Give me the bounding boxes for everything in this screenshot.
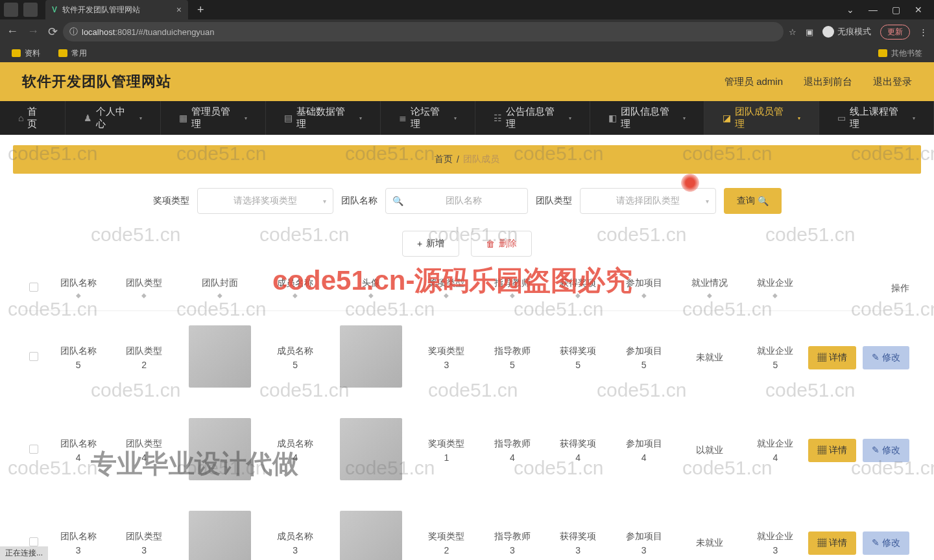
other-bookmarks[interactable]: 其他书签 bbox=[878, 48, 922, 59]
edit-button[interactable]: ✎ 修改 bbox=[863, 346, 909, 369]
sort-icon[interactable]: ◆ bbox=[772, 292, 778, 299]
row-checkbox[interactable] bbox=[29, 537, 38, 546]
chevron-down-icon: ▾ bbox=[706, 198, 709, 205]
nav-basedata[interactable]: ▤基础数据管理▾ bbox=[266, 101, 381, 135]
checkbox-all[interactable] bbox=[29, 283, 38, 292]
statusbar: 正在连接... bbox=[0, 546, 48, 560]
forward-icon[interactable]: → bbox=[27, 25, 39, 39]
filter-label-award: 奖项类型 bbox=[153, 195, 189, 207]
bookmark-folder[interactable]: 常用 bbox=[58, 48, 87, 59]
team-icon: ◧ bbox=[608, 113, 617, 123]
filter-label-team: 团队名称 bbox=[341, 195, 377, 207]
member-icon: ◪ bbox=[723, 113, 731, 123]
update-button[interactable]: 更新 bbox=[880, 25, 910, 40]
forum-icon: ≣ bbox=[399, 113, 407, 123]
incognito-indicator: 无痕模式 bbox=[822, 26, 871, 38]
row-checkbox[interactable] bbox=[29, 445, 38, 454]
query-button[interactable]: 查询🔍 bbox=[724, 188, 782, 214]
avatar-thumb bbox=[340, 418, 402, 480]
add-button[interactable]: +新增 bbox=[402, 231, 459, 257]
folder-icon bbox=[12, 49, 21, 57]
minimize-icon[interactable]: — bbox=[868, 5, 878, 15]
filter-label-team-type: 团队类型 bbox=[536, 195, 572, 207]
close-tab-icon[interactable]: × bbox=[176, 5, 182, 15]
folder-icon bbox=[58, 49, 67, 57]
sort-icon[interactable]: ◆ bbox=[575, 292, 581, 299]
incognito-icon bbox=[822, 26, 834, 38]
team-cover-thumb bbox=[189, 325, 251, 388]
url-host: localhost bbox=[82, 27, 115, 37]
nav-teammember[interactable]: ◪团队成员管理▾ bbox=[704, 101, 819, 135]
sort-icon[interactable]: ◆ bbox=[707, 292, 712, 299]
sort-icon[interactable]: ◆ bbox=[141, 292, 147, 299]
avatar-thumb bbox=[340, 511, 402, 560]
chevron-down-icon[interactable]: ⌄ bbox=[846, 5, 854, 15]
user-label[interactable]: 管理员 admin bbox=[724, 76, 783, 88]
caret-icon: ▾ bbox=[245, 115, 247, 121]
chevron-down-icon: ▾ bbox=[323, 198, 326, 205]
detail-button[interactable]: ▦ 详情 bbox=[808, 346, 856, 369]
select-team-type[interactable]: 请选择团队类型▾ bbox=[580, 188, 716, 214]
user-icon: ♟ bbox=[84, 113, 92, 123]
panel-icon[interactable]: ▣ bbox=[806, 27, 813, 37]
logout-link[interactable]: 退出登录 bbox=[873, 76, 912, 88]
select-award-type[interactable]: 请选择奖项类型▾ bbox=[197, 188, 333, 214]
sort-icon[interactable]: ◆ bbox=[641, 292, 647, 299]
edit-button[interactable]: ✎ 修改 bbox=[863, 439, 909, 462]
sort-icon[interactable]: ◆ bbox=[217, 292, 222, 299]
bookmark-folder[interactable]: 资料 bbox=[12, 48, 40, 59]
search-icon: 🔍 bbox=[758, 196, 769, 206]
back-icon[interactable]: ← bbox=[6, 25, 18, 39]
trash-icon: 🗑 bbox=[486, 239, 495, 249]
nav-course[interactable]: ▭线上课程管理▾ bbox=[819, 101, 934, 135]
close-window-icon[interactable]: ✕ bbox=[915, 5, 922, 15]
caret-icon: ▾ bbox=[798, 115, 800, 121]
detail-button[interactable]: ▦ 详情 bbox=[808, 531, 856, 555]
sort-icon[interactable]: ◆ bbox=[368, 292, 374, 299]
nav-teaminfo[interactable]: ◧团队信息管理▾ bbox=[590, 101, 705, 135]
vue-icon: V bbox=[52, 5, 57, 14]
sort-icon[interactable]: ◆ bbox=[293, 292, 298, 299]
table-row: 团队名称4团队类型4成员名称4奖项类型1指导教师4获得奖项4参加项目4以就业就业… bbox=[22, 404, 912, 496]
filter-bar: 奖项类型 请选择奖项类型▾ 团队名称 🔍团队名称 团队类型 请选择团队类型▾ 查… bbox=[0, 184, 934, 222]
grid-icon: ▤ bbox=[284, 113, 293, 123]
caret-icon: ▾ bbox=[359, 115, 362, 121]
caret-icon: ▾ bbox=[913, 115, 915, 121]
plus-icon: + bbox=[417, 239, 422, 249]
back-to-front-link[interactable]: 退出到前台 bbox=[804, 76, 852, 88]
crumb-sep: / bbox=[457, 154, 459, 165]
tab-title: 软件开发团队管理网站 bbox=[62, 5, 140, 16]
delete-button[interactable]: 🗑删除 bbox=[471, 231, 532, 257]
course-icon: ▭ bbox=[837, 113, 846, 123]
row-checkbox[interactable] bbox=[29, 352, 38, 361]
menu-icon[interactable]: ⋮ bbox=[919, 27, 928, 37]
detail-button[interactable]: ▦ 详情 bbox=[808, 439, 856, 462]
team-cover-thumb bbox=[189, 511, 251, 560]
site-header: 软件开发团队管理网站 管理员 admin 退出到前台 退出登录 bbox=[0, 62, 934, 101]
caret-icon: ▾ bbox=[569, 115, 571, 121]
browser-tab[interactable]: V 软件开发团队管理网站 × bbox=[45, 0, 188, 19]
maximize-icon[interactable]: ▢ bbox=[892, 5, 900, 15]
nav-admin[interactable]: ▦管理员管理▾ bbox=[161, 101, 266, 135]
edit-button[interactable]: ✎ 修改 bbox=[863, 531, 909, 555]
home-icon: ⌂ bbox=[18, 113, 23, 123]
caret-icon: ▾ bbox=[683, 115, 686, 121]
sort-icon[interactable]: ◆ bbox=[510, 292, 515, 299]
crumb-current: 团队成员 bbox=[463, 154, 499, 165]
input-team-name[interactable]: 🔍团队名称 bbox=[385, 188, 528, 214]
crumb-home[interactable]: 首页 bbox=[435, 154, 453, 165]
site-info-icon[interactable]: ⓘ bbox=[69, 26, 78, 38]
nav-announce[interactable]: ☷公告信息管理▾ bbox=[475, 101, 590, 135]
new-tab-button[interactable]: + bbox=[197, 3, 204, 17]
nav-forum[interactable]: ≣论坛管理▾ bbox=[381, 101, 475, 135]
nav-home[interactable]: ⌂首页 bbox=[0, 101, 66, 135]
table-row: 团队名称5团队类型2成员名称5奖项类型3指导教师5获得奖项5参加项目5未就业就业… bbox=[22, 311, 912, 404]
reload-icon[interactable]: ⟳ bbox=[48, 25, 58, 39]
sort-icon[interactable]: ◆ bbox=[444, 292, 449, 299]
url-path: :8081/#/tuanduichengyuan bbox=[115, 27, 214, 37]
url-bar[interactable]: ⓘ localhost :8081/#/tuanduichengyuan bbox=[63, 22, 784, 41]
star-icon[interactable]: ☆ bbox=[789, 27, 796, 37]
sort-icon[interactable]: ◆ bbox=[76, 292, 81, 299]
nav-profile[interactable]: ♟个人中心▾ bbox=[66, 101, 161, 135]
table-header: 团队名称◆ 团队类型◆ 团队封面◆ 成员名称◆ 头像◆ 奖项类型◆ 指导教师◆ … bbox=[22, 266, 912, 311]
